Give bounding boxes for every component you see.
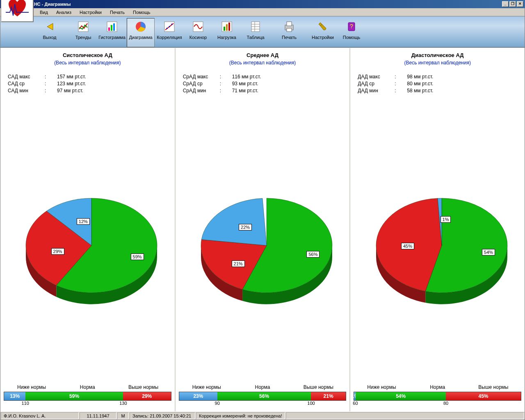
restore-button[interactable]: ❐ bbox=[509, 1, 516, 7]
correlation-icon bbox=[163, 20, 176, 33]
menu-analysis[interactable]: Анализ bbox=[52, 9, 75, 16]
status-name: Ф.И.О. Krasnov L. A. bbox=[1, 412, 79, 419]
status-empty bbox=[286, 412, 524, 419]
stats-block: СрАД макс:116 мм рт.ст.СрАД ср:93 мм рт.… bbox=[179, 74, 347, 95]
status-dob: 11.11.1947 bbox=[80, 412, 116, 419]
slice-label: 29% bbox=[51, 248, 64, 255]
bar-ticks: 90 100 bbox=[179, 401, 347, 407]
bar-legend: Ниже нормы Норма Выше нормы bbox=[4, 384, 171, 390]
bar-above: 29% bbox=[123, 392, 171, 400]
bar-above: 21% bbox=[311, 392, 346, 400]
stat-value: 97 мм рт.ст. bbox=[57, 88, 83, 94]
legend-below: Ниже нормы bbox=[179, 384, 235, 390]
stat-value: 93 мм рт.ст. bbox=[232, 81, 258, 87]
slice-label: 45% bbox=[401, 243, 414, 249]
cosinor-button[interactable]: Косинор bbox=[184, 18, 212, 47]
slice-label: 59% bbox=[131, 253, 144, 260]
svg-point-8 bbox=[169, 26, 170, 27]
stat-key: СрАД ср bbox=[179, 81, 220, 87]
svg-rect-4 bbox=[113, 23, 115, 31]
legend-above: Выше нормы bbox=[115, 384, 171, 390]
correlation-button[interactable]: Корреляция bbox=[155, 18, 183, 47]
distribution-bar: 23% 56% 21% bbox=[179, 392, 347, 401]
slice-label: 1% bbox=[441, 216, 451, 223]
table-button[interactable]: Таблица bbox=[242, 18, 269, 47]
titlebar: ♥ КАРДИОСЕНС - Диаграммы _ ❐ ✕ bbox=[0, 0, 525, 8]
panel-subtitle: (Весь интервал наблюдения) bbox=[179, 60, 347, 66]
cosinor-icon bbox=[192, 20, 205, 33]
bar-ticks: 110 130 bbox=[4, 401, 171, 407]
bar-legend: Ниже нормы Норма Выше нормы bbox=[354, 384, 521, 390]
exit-button[interactable]: Выход bbox=[36, 18, 64, 47]
svg-point-9 bbox=[171, 24, 173, 25]
legend-norm: Норма bbox=[410, 384, 466, 390]
stats-block: ДАД макс:98 мм рт.ст.ДАД ср:80 мм рт.ст.… bbox=[354, 74, 521, 95]
stat-key: ДАД мин bbox=[354, 88, 395, 94]
help-button[interactable]: ?Помощь bbox=[338, 18, 365, 47]
trends-button[interactable]: Тренды bbox=[69, 18, 97, 47]
trends-icon bbox=[77, 20, 90, 33]
panel-subtitle: (Весь интервал наблюдения) bbox=[4, 60, 171, 66]
stat-value: 71 мм рт.ст. bbox=[232, 88, 258, 94]
legend-below: Ниже нормы bbox=[354, 384, 409, 390]
stat-key: САД макс bbox=[4, 74, 45, 80]
svg-rect-3 bbox=[111, 25, 112, 31]
stats-block: САД макс:157 мм рт.ст.САД ср:123 мм рт.с… bbox=[4, 74, 171, 95]
piechart-icon bbox=[134, 20, 147, 33]
menu-help[interactable]: Помощь bbox=[129, 9, 155, 16]
svg-rect-14 bbox=[228, 23, 230, 31]
panel-1: Среднее АД (Весь интервал наблюдения) Ср… bbox=[176, 48, 351, 411]
pie-chart: 56%21%22% bbox=[179, 95, 347, 384]
table-icon bbox=[249, 20, 262, 33]
load-button[interactable]: Нагрузка bbox=[213, 18, 241, 47]
book-icon: ? bbox=[345, 20, 358, 33]
menu-settings[interactable]: Настройки bbox=[75, 9, 106, 16]
printer-icon bbox=[283, 20, 296, 33]
legend-above: Выше нормы bbox=[466, 384, 521, 390]
slice-label: 56% bbox=[306, 251, 320, 258]
svg-rect-12 bbox=[224, 27, 225, 31]
menu-print[interactable]: Печать bbox=[106, 9, 129, 16]
legend-above: Выше нормы bbox=[290, 384, 346, 390]
stat-value: 98 мм рт.ст. bbox=[407, 74, 433, 80]
distribution-bar: 1% 54% 45% bbox=[354, 392, 521, 401]
bar-legend: Ниже нормы Норма Выше нормы bbox=[179, 384, 347, 390]
panel-title: Диастолическое АД bbox=[354, 52, 521, 58]
diagram-button[interactable]: Диаграмма bbox=[127, 18, 155, 47]
histogram-icon bbox=[105, 20, 119, 33]
panel-title: Систолическое АД bbox=[4, 52, 171, 58]
stat-key: САД ср bbox=[4, 81, 45, 87]
close-button[interactable]: ✕ bbox=[517, 1, 523, 7]
svg-rect-22 bbox=[287, 28, 292, 32]
status-record: Запись: 21.09.2007 15:40:21 bbox=[130, 412, 195, 419]
legend-norm: Норма bbox=[235, 384, 290, 390]
menu-view[interactable]: Вид bbox=[36, 9, 52, 16]
svg-rect-21 bbox=[287, 22, 292, 26]
stat-key: САД мин bbox=[4, 88, 45, 94]
stat-key: ДАД ср bbox=[354, 81, 395, 87]
app-logo bbox=[1, 0, 34, 22]
status-sex: М bbox=[117, 412, 129, 419]
slice-label: 54% bbox=[482, 249, 495, 256]
stat-value: 80 мм рт.ст. bbox=[407, 81, 433, 87]
svg-rect-2 bbox=[108, 27, 110, 31]
svg-point-7 bbox=[167, 28, 168, 29]
stat-value: 157 мм рт.ст. bbox=[57, 74, 86, 80]
legend-norm: Норма bbox=[59, 384, 115, 390]
minimize-button[interactable]: _ bbox=[502, 1, 509, 7]
histogram-button[interactable]: Гистограмма bbox=[98, 18, 126, 47]
stat-key: СрАД макс bbox=[179, 74, 220, 80]
panel-title: Среднее АД bbox=[179, 52, 347, 58]
stat-value: 123 мм рт.ст. bbox=[57, 81, 86, 87]
stat-value: 58 мм рт.ст. bbox=[407, 88, 433, 94]
settings-button[interactable]: Настройки bbox=[309, 18, 337, 47]
print-button[interactable]: Печать bbox=[275, 18, 303, 47]
bar-ticks: 60 80 bbox=[354, 401, 521, 407]
distribution-bar: 13% 59% 29% bbox=[4, 392, 171, 401]
statusbar: Ф.И.О. Krasnov L. A. 11.11.1947 М Запись… bbox=[0, 411, 525, 420]
slice-label: 21% bbox=[232, 260, 245, 267]
content-area: Систолическое АД (Весь интервал наблюден… bbox=[0, 48, 525, 411]
toolbar: Выход Тренды Гистограмма Диаграмма Корре… bbox=[0, 16, 525, 48]
legend-below: Ниже нормы bbox=[4, 384, 59, 390]
bar-norm: 54% bbox=[356, 392, 446, 400]
